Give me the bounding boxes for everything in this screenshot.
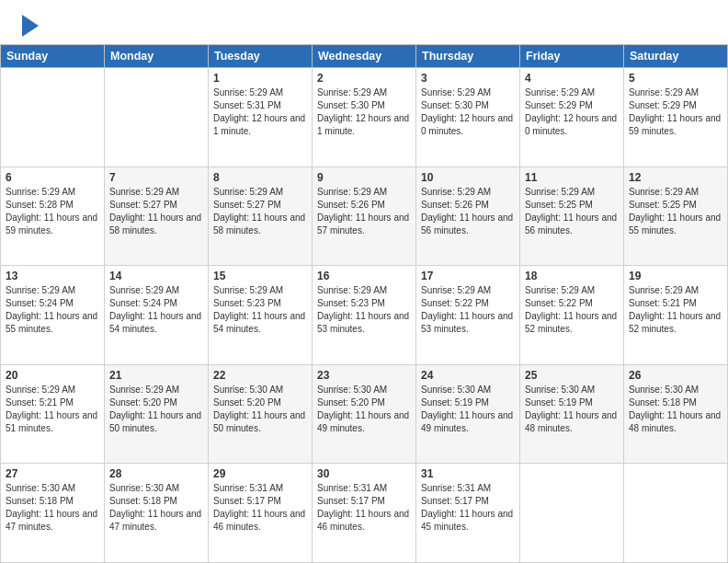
day-number: 18 bbox=[525, 270, 619, 282]
calendar-cell: 5Sunrise: 5:29 AM Sunset: 5:29 PM Daylig… bbox=[624, 68, 728, 167]
calendar-cell: 8Sunrise: 5:29 AM Sunset: 5:27 PM Daylig… bbox=[209, 167, 313, 266]
day-info: Sunrise: 5:29 AM Sunset: 5:22 PM Dayligh… bbox=[525, 284, 619, 336]
day-info: Sunrise: 5:29 AM Sunset: 5:29 PM Dayligh… bbox=[629, 86, 722, 138]
calendar-cell: 25Sunrise: 5:30 AM Sunset: 5:19 PM Dayli… bbox=[520, 364, 624, 464]
day-info: Sunrise: 5:30 AM Sunset: 5:19 PM Dayligh… bbox=[421, 384, 515, 435]
day-number: 24 bbox=[421, 369, 515, 382]
day-info: Sunrise: 5:29 AM Sunset: 5:27 PM Dayligh… bbox=[213, 186, 307, 237]
calendar-cell: 2Sunrise: 5:29 AM Sunset: 5:30 PM Daylig… bbox=[313, 68, 416, 167]
day-info: Sunrise: 5:29 AM Sunset: 5:20 PM Dayligh… bbox=[109, 384, 203, 435]
header bbox=[0, 0, 728, 44]
day-header-friday: Friday bbox=[520, 45, 624, 68]
calendar-cell: 18Sunrise: 5:29 AM Sunset: 5:22 PM Dayli… bbox=[520, 266, 624, 365]
day-info: Sunrise: 5:29 AM Sunset: 5:21 PM Dayligh… bbox=[629, 284, 722, 336]
calendar-cell: 11Sunrise: 5:29 AM Sunset: 5:25 PM Dayli… bbox=[520, 167, 624, 266]
day-header-monday: Monday bbox=[105, 45, 209, 68]
day-number: 2 bbox=[317, 72, 411, 85]
day-info: Sunrise: 5:30 AM Sunset: 5:18 PM Dayligh… bbox=[6, 482, 99, 534]
calendar-cell: 19Sunrise: 5:29 AM Sunset: 5:21 PM Dayli… bbox=[624, 266, 728, 365]
calendar-cell: 21Sunrise: 5:29 AM Sunset: 5:20 PM Dayli… bbox=[105, 364, 209, 464]
calendar-cell: 9Sunrise: 5:29 AM Sunset: 5:26 PM Daylig… bbox=[313, 167, 416, 266]
day-number: 15 bbox=[213, 270, 307, 282]
calendar-cell bbox=[520, 464, 624, 563]
day-info: Sunrise: 5:29 AM Sunset: 5:21 PM Dayligh… bbox=[6, 384, 99, 435]
day-number: 10 bbox=[421, 171, 515, 184]
day-number: 23 bbox=[317, 369, 411, 382]
day-info: Sunrise: 5:29 AM Sunset: 5:27 PM Dayligh… bbox=[109, 186, 203, 237]
day-number: 17 bbox=[421, 270, 515, 282]
day-number: 25 bbox=[525, 369, 619, 382]
day-number: 26 bbox=[629, 369, 722, 382]
day-info: Sunrise: 5:30 AM Sunset: 5:20 PM Dayligh… bbox=[213, 384, 307, 435]
day-number: 19 bbox=[629, 270, 722, 282]
day-number: 11 bbox=[525, 171, 619, 184]
calendar-cell: 29Sunrise: 5:31 AM Sunset: 5:17 PM Dayli… bbox=[209, 464, 313, 563]
logo bbox=[17, 13, 40, 39]
day-number: 31 bbox=[421, 467, 515, 480]
day-info: Sunrise: 5:31 AM Sunset: 5:17 PM Dayligh… bbox=[317, 482, 411, 534]
day-number: 1 bbox=[213, 72, 307, 85]
day-number: 27 bbox=[6, 467, 99, 480]
calendar-cell bbox=[624, 464, 728, 563]
calendar-week-row: 1Sunrise: 5:29 AM Sunset: 5:31 PM Daylig… bbox=[1, 68, 728, 167]
page: SundayMondayTuesdayWednesdayThursdayFrid… bbox=[0, 0, 728, 563]
calendar-cell: 30Sunrise: 5:31 AM Sunset: 5:17 PM Dayli… bbox=[313, 464, 416, 563]
day-number: 3 bbox=[421, 72, 515, 85]
day-info: Sunrise: 5:31 AM Sunset: 5:17 PM Dayligh… bbox=[213, 482, 307, 534]
calendar-week-row: 27Sunrise: 5:30 AM Sunset: 5:18 PM Dayli… bbox=[1, 464, 728, 563]
day-info: Sunrise: 5:29 AM Sunset: 5:23 PM Dayligh… bbox=[317, 284, 411, 336]
calendar-cell: 4Sunrise: 5:29 AM Sunset: 5:29 PM Daylig… bbox=[520, 68, 624, 167]
calendar-header-row: SundayMondayTuesdayWednesdayThursdayFrid… bbox=[1, 45, 728, 68]
day-info: Sunrise: 5:29 AM Sunset: 5:29 PM Dayligh… bbox=[525, 86, 619, 138]
day-number: 8 bbox=[213, 171, 307, 184]
day-info: Sunrise: 5:31 AM Sunset: 5:17 PM Dayligh… bbox=[421, 482, 515, 534]
calendar-cell: 15Sunrise: 5:29 AM Sunset: 5:23 PM Dayli… bbox=[209, 266, 313, 365]
calendar-cell: 27Sunrise: 5:30 AM Sunset: 5:18 PM Dayli… bbox=[1, 464, 105, 563]
day-info: Sunrise: 5:30 AM Sunset: 5:20 PM Dayligh… bbox=[317, 384, 411, 435]
day-number: 4 bbox=[525, 72, 619, 85]
calendar-week-row: 13Sunrise: 5:29 AM Sunset: 5:24 PM Dayli… bbox=[1, 266, 728, 365]
calendar-cell: 22Sunrise: 5:30 AM Sunset: 5:20 PM Dayli… bbox=[209, 364, 313, 464]
day-info: Sunrise: 5:29 AM Sunset: 5:24 PM Dayligh… bbox=[6, 284, 99, 336]
calendar-week-row: 6Sunrise: 5:29 AM Sunset: 5:28 PM Daylig… bbox=[1, 167, 728, 266]
day-info: Sunrise: 5:29 AM Sunset: 5:26 PM Dayligh… bbox=[421, 186, 515, 237]
day-header-tuesday: Tuesday bbox=[209, 45, 313, 68]
calendar-cell: 1Sunrise: 5:29 AM Sunset: 5:31 PM Daylig… bbox=[209, 68, 313, 167]
calendar-cell: 13Sunrise: 5:29 AM Sunset: 5:24 PM Dayli… bbox=[1, 266, 105, 365]
day-info: Sunrise: 5:29 AM Sunset: 5:22 PM Dayligh… bbox=[421, 284, 515, 336]
day-number: 20 bbox=[6, 369, 99, 382]
calendar-cell: 3Sunrise: 5:29 AM Sunset: 5:30 PM Daylig… bbox=[416, 68, 520, 167]
day-header-wednesday: Wednesday bbox=[313, 45, 416, 68]
svg-marker-0 bbox=[22, 15, 39, 37]
day-header-saturday: Saturday bbox=[624, 45, 728, 68]
day-info: Sunrise: 5:30 AM Sunset: 5:18 PM Dayligh… bbox=[629, 384, 722, 435]
calendar-cell: 14Sunrise: 5:29 AM Sunset: 5:24 PM Dayli… bbox=[105, 266, 209, 365]
calendar-cell: 28Sunrise: 5:30 AM Sunset: 5:18 PM Dayli… bbox=[105, 464, 209, 563]
calendar-cell: 16Sunrise: 5:29 AM Sunset: 5:23 PM Dayli… bbox=[313, 266, 416, 365]
calendar-cell: 10Sunrise: 5:29 AM Sunset: 5:26 PM Dayli… bbox=[416, 167, 520, 266]
day-number: 21 bbox=[109, 369, 203, 382]
day-number: 12 bbox=[629, 171, 722, 184]
day-number: 13 bbox=[6, 270, 99, 282]
day-number: 16 bbox=[317, 270, 411, 282]
calendar-cell: 20Sunrise: 5:29 AM Sunset: 5:21 PM Dayli… bbox=[1, 364, 105, 464]
calendar-cell bbox=[105, 68, 209, 167]
calendar-cell: 26Sunrise: 5:30 AM Sunset: 5:18 PM Dayli… bbox=[624, 364, 728, 464]
day-number: 30 bbox=[317, 467, 411, 480]
day-number: 29 bbox=[213, 467, 307, 480]
day-number: 28 bbox=[109, 467, 203, 480]
day-info: Sunrise: 5:30 AM Sunset: 5:18 PM Dayligh… bbox=[109, 482, 203, 534]
day-info: Sunrise: 5:29 AM Sunset: 5:23 PM Dayligh… bbox=[213, 284, 307, 336]
day-info: Sunrise: 5:30 AM Sunset: 5:19 PM Dayligh… bbox=[525, 384, 619, 435]
day-info: Sunrise: 5:29 AM Sunset: 5:25 PM Dayligh… bbox=[629, 186, 722, 237]
calendar-cell: 12Sunrise: 5:29 AM Sunset: 5:25 PM Dayli… bbox=[624, 167, 728, 266]
calendar-cell bbox=[1, 68, 105, 167]
calendar-cell: 6Sunrise: 5:29 AM Sunset: 5:28 PM Daylig… bbox=[1, 167, 105, 266]
day-number: 22 bbox=[213, 369, 307, 382]
calendar-cell: 17Sunrise: 5:29 AM Sunset: 5:22 PM Dayli… bbox=[416, 266, 520, 365]
day-info: Sunrise: 5:29 AM Sunset: 5:30 PM Dayligh… bbox=[421, 86, 515, 138]
day-number: 5 bbox=[629, 72, 722, 85]
day-number: 14 bbox=[109, 270, 203, 282]
calendar-cell: 7Sunrise: 5:29 AM Sunset: 5:27 PM Daylig… bbox=[105, 167, 209, 266]
day-info: Sunrise: 5:29 AM Sunset: 5:28 PM Dayligh… bbox=[6, 186, 99, 237]
